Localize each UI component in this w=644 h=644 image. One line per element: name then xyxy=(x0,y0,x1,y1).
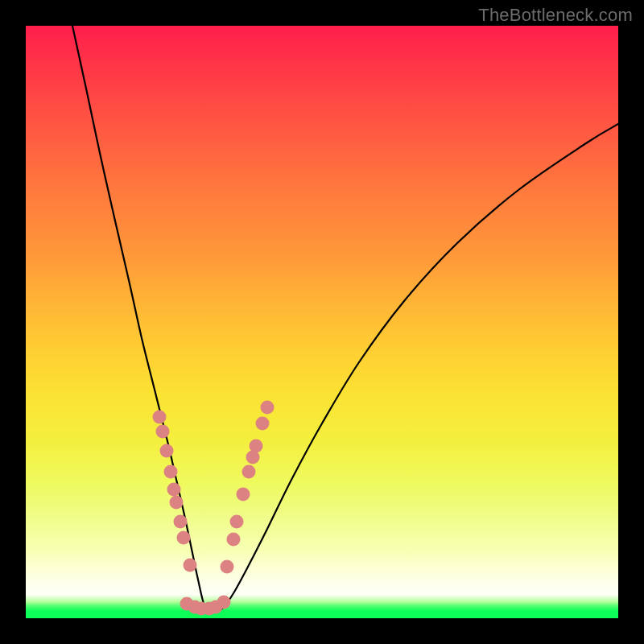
highlight-marker xyxy=(170,496,184,510)
highlight-marker xyxy=(156,425,170,439)
highlight-marker xyxy=(250,440,263,453)
watermark-text: TheBottleneck.com xyxy=(478,5,633,26)
highlight-marker xyxy=(256,417,270,431)
highlight-marker xyxy=(177,531,191,545)
highlight-marker xyxy=(164,465,178,479)
highlight-marker xyxy=(237,488,250,502)
curve-svg xyxy=(26,26,618,618)
highlight-marker xyxy=(261,401,275,415)
highlight-markers-group xyxy=(153,401,275,616)
highlight-marker xyxy=(160,444,174,458)
highlight-marker xyxy=(167,483,181,497)
bottleneck-curve xyxy=(72,26,618,612)
highlight-marker xyxy=(217,596,231,609)
highlight-marker xyxy=(174,515,188,529)
plot-area xyxy=(26,26,618,618)
chart-frame: TheBottleneck.com xyxy=(0,0,644,644)
highlight-marker xyxy=(221,560,234,574)
highlight-marker xyxy=(184,559,197,572)
highlight-marker xyxy=(242,465,256,479)
highlight-marker xyxy=(153,411,167,424)
highlight-marker xyxy=(227,533,241,547)
highlight-marker xyxy=(230,515,244,529)
